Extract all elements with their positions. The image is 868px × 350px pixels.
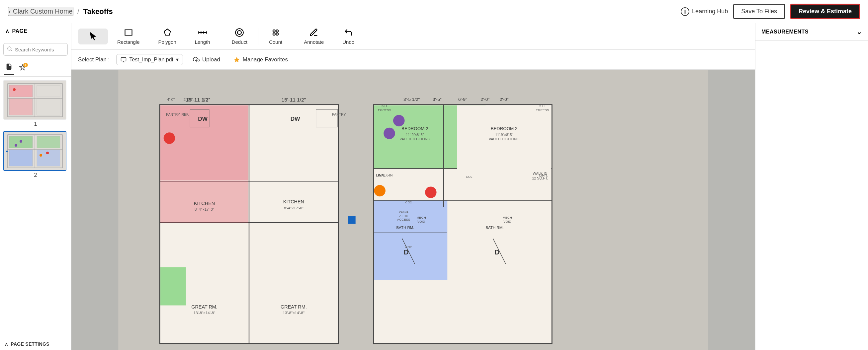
svg-rect-7 [37,85,60,97]
svg-text:8'-4"×17'-0": 8'-4"×17'-0" [284,206,304,210]
svg-text:2'-0": 2'-0" [500,97,509,102]
learning-hub-button[interactable]: i Learning Hub [681,7,728,16]
measurements-header: MEASUREMENTS ⌄ [755,23,868,41]
svg-text:BATH RM.: BATH RM. [396,225,414,230]
svg-text:D: D [494,248,499,256]
svg-text:DW: DW [198,115,208,122]
page-thumbnails: 1 [0,77,71,338]
svg-text:6'-9": 6'-9" [458,97,467,102]
svg-text:3'-5 1/2": 3'-5 1/2" [403,97,420,102]
svg-text:VAULTED CEILING: VAULTED CEILING [400,137,430,141]
page-thumb-2[interactable]: 2 [3,131,68,178]
review-estimate-button[interactable]: Review & Estimate [790,4,860,19]
svg-rect-35 [121,58,126,61]
svg-text:VAULTED CEILING: VAULTED CEILING [489,137,519,141]
svg-point-19 [46,152,49,154]
svg-text:MECH: MECH [503,216,512,219]
svg-text:PANTRY: PANTRY [332,112,346,116]
tool-divider-3 [293,28,293,45]
measurements-title: MEASUREMENTS [762,29,809,35]
svg-rect-8 [37,99,60,115]
page-settings-bar[interactable]: ∧ PAGE SETTINGS [0,338,71,350]
upload-button[interactable]: Upload [190,55,223,65]
search-box[interactable] [3,43,68,56]
svg-text:EGRESS: EGRESS [378,108,391,112]
svg-text:ACCESS: ACCESS [397,218,410,221]
svg-text:MECH: MECH [416,216,426,219]
svg-text:GREAT RM.: GREAT RM. [281,304,307,310]
svg-marker-23 [164,29,170,35]
svg-text:BATH RM.: BATH RM. [486,225,503,230]
annotate-tool[interactable]: Annotate [294,25,333,48]
count-tool[interactable]: Count [260,25,291,48]
review-label: Review & Estimate [799,8,852,14]
svg-text:13'-8"×14'-8": 13'-8"×14'-8" [194,311,215,315]
svg-point-17 [20,140,22,143]
top-header: ‹ Clark Custom Home / Takeoffs i Learnin… [0,0,868,23]
svg-rect-5 [9,85,33,97]
tool-divider-1 [221,28,221,45]
tool-divider-2 [258,28,258,45]
save-label: Save To Files [741,8,777,14]
page-label-2: 2 [3,172,68,178]
svg-rect-72 [374,200,447,280]
page-settings-chevron-icon: ∧ [5,341,8,347]
svg-text:BEDROOM 2: BEDROOM 2 [491,126,518,131]
annotate-label: Annotate [304,39,324,45]
rectangle-tool[interactable]: Rectangle [108,25,149,48]
page-thumb-img-2[interactable] [3,131,66,171]
svg-rect-14 [9,150,33,166]
document-tab[interactable] [4,61,14,75]
svg-point-34 [276,33,278,35]
tools-toolbar: Rectangle Polygon Length [71,23,755,50]
polygon-tool[interactable]: Polygon [149,25,186,48]
undo-tool[interactable]: Undo [333,25,364,48]
svg-text:REF.: REF. [181,112,189,116]
svg-text:DW: DW [290,115,300,122]
svg-text:2'-0": 2'-0" [480,97,490,102]
svg-rect-6 [9,99,33,115]
measurements-collapse-icon[interactable]: ⌄ [857,28,862,36]
svg-text:KITCHEN: KITCHEN [283,199,304,204]
upload-label: Upload [202,57,220,63]
breadcrumb-company: Clark Custom Home [13,8,73,15]
sidebar-header: ∧ PAGE [0,23,71,39]
manage-favorites-button[interactable]: Manage Favorites [230,55,291,65]
pin-tab[interactable]: + [19,64,26,72]
svg-text:LINN.: LINN. [539,173,548,177]
count-label: Count [269,39,282,45]
plan-dropdown-icon: ▾ [176,57,179,63]
search-icon [7,46,12,53]
svg-point-82 [383,128,395,139]
svg-rect-22 [125,30,132,35]
svg-point-29 [238,31,242,35]
svg-line-1 [11,50,11,51]
length-label: Length [195,39,210,45]
svg-text:11'-9"×8'-5": 11'-9"×8'-5" [495,133,513,137]
blueprint-area[interactable]: 15'-11 1/2" 15'-11 1/2" 4'-0" 2'-10" 5'-… [71,70,755,350]
cursor-tool[interactable] [78,29,108,44]
main-layout: ∧ PAGE + [0,23,868,350]
svg-text:LINN.: LINN. [376,173,385,177]
back-button[interactable]: ‹ Clark Custom Home [8,7,73,16]
deduct-tool[interactable]: Deduct [222,25,257,48]
svg-rect-118 [348,216,355,224]
length-tool[interactable]: Length [186,25,219,48]
page-settings-label: PAGE SETTINGS [11,341,49,347]
svg-text:15'-11 1/2": 15'-11 1/2" [282,97,306,103]
header-left: ‹ Clark Custom Home / Takeoffs [8,7,113,16]
search-input[interactable] [15,47,64,53]
page-thumb-1[interactable]: 1 [3,80,68,127]
page-thumb-img-1[interactable] [3,80,66,120]
breadcrumb-separator: / [78,7,80,16]
svg-text:5'-3": 5'-3" [202,98,210,102]
back-chevron-icon: ‹ [9,8,11,15]
svg-text:VOID: VOID [503,220,512,223]
svg-text:EGRESS: EGRESS [536,108,549,112]
plan-selector[interactable]: Test_Imp_Plan.pdf ▾ [116,54,183,65]
svg-point-33 [273,33,275,35]
select-plan-label: Select Plan : [78,57,110,63]
save-to-files-button[interactable]: Save To Files [733,4,785,19]
info-icon: i [681,7,689,16]
right-panel: MEASUREMENTS ⌄ [755,23,868,350]
